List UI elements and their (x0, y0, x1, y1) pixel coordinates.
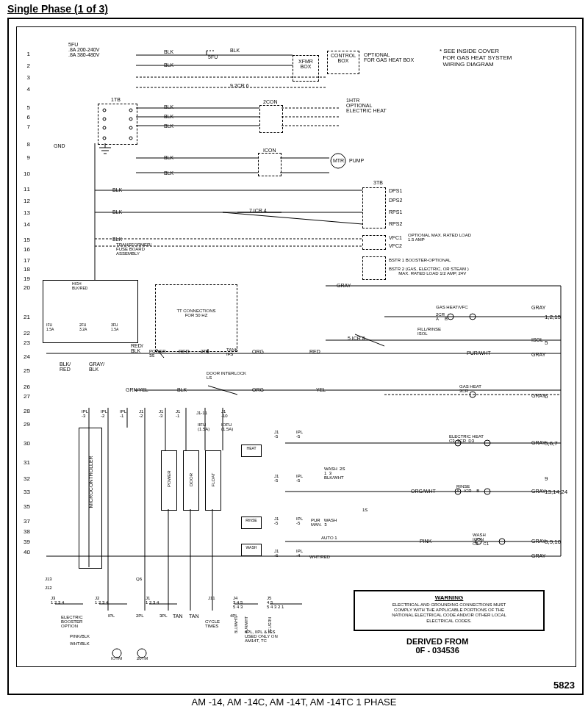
svg-line-32 (223, 212, 362, 224)
doc-id: 5823 (553, 680, 575, 691)
diagram-frame: 1 2 3 4 5 6 7 8 9 10 11 12 13 14 15 16 1… (16, 26, 576, 667)
page-title: Single Phase (1 of 3) (7, 3, 108, 15)
wiring-lines (17, 27, 576, 666)
caption: AM -14, AM -14C, AM -14T, AM -14TC 1 PHA… (0, 697, 588, 708)
svg-point-76 (112, 649, 121, 658)
svg-point-77 (137, 649, 146, 658)
document-frame: 1 2 3 4 5 6 7 8 9 10 11 12 13 14 15 16 1… (7, 18, 584, 695)
